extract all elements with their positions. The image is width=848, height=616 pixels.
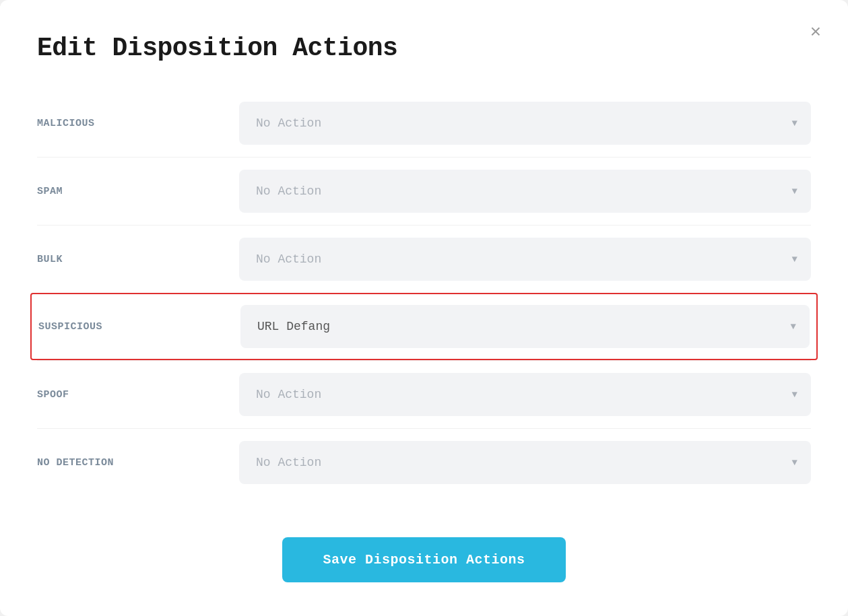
modal-title: Edit Disposition Actions [37,34,811,63]
select-suspicious[interactable]: No ActionURL DefangQuarantineRejectStrip… [240,305,810,348]
label-spam: SPAM [37,186,239,197]
modal-dialog: × Edit Disposition Actions MALICIOUSNo A… [0,0,848,616]
select-bulk[interactable]: No ActionURL DefangQuarantineRejectStrip… [239,238,811,281]
select-wrapper-bulk: No ActionURL DefangQuarantineRejectStrip… [239,238,811,281]
select-wrapper-no-detection: No ActionURL DefangQuarantineRejectStrip… [239,441,811,484]
select-malicious[interactable]: No ActionURL DefangQuarantineRejectStrip… [239,102,811,145]
save-button-wrapper: Save Disposition Actions [37,531,811,582]
select-wrapper-spoof: No ActionURL DefangQuarantineRejectStrip… [239,373,811,416]
select-wrapper-suspicious: No ActionURL DefangQuarantineRejectStrip… [240,305,810,348]
label-no-detection: NO DETECTION [37,457,239,469]
form-row-no-detection: NO DETECTIONNo ActionURL DefangQuarantin… [37,428,811,496]
select-spam[interactable]: No ActionURL DefangQuarantineRejectStrip… [239,170,811,213]
form-row-bulk: BULKNo ActionURL DefangQuarantineRejectS… [37,225,811,293]
select-wrapper-malicious: No ActionURL DefangQuarantineRejectStrip… [239,102,811,145]
label-bulk: BULK [37,254,239,265]
close-button[interactable]: × [807,19,824,44]
select-spoof[interactable]: No ActionURL DefangQuarantineRejectStrip… [239,373,811,416]
select-wrapper-spam: No ActionURL DefangQuarantineRejectStrip… [239,170,811,213]
form-row-suspicious: SUSPICIOUSNo ActionURL DefangQuarantineR… [30,293,818,360]
select-no-detection[interactable]: No ActionURL DefangQuarantineRejectStrip… [239,441,811,484]
form-rows: MALICIOUSNo ActionURL DefangQuarantineRe… [37,90,811,507]
label-malicious: MALICIOUS [37,118,239,129]
form-row-spoof: SPOOFNo ActionURL DefangQuarantineReject… [37,360,811,428]
label-spoof: SPOOF [37,389,239,401]
label-suspicious: SUSPICIOUS [38,321,240,333]
form-row-spam: SPAMNo ActionURL DefangQuarantineRejectS… [37,157,811,225]
save-disposition-button[interactable]: Save Disposition Actions [282,537,565,582]
form-row-malicious: MALICIOUSNo ActionURL DefangQuarantineRe… [37,90,811,157]
